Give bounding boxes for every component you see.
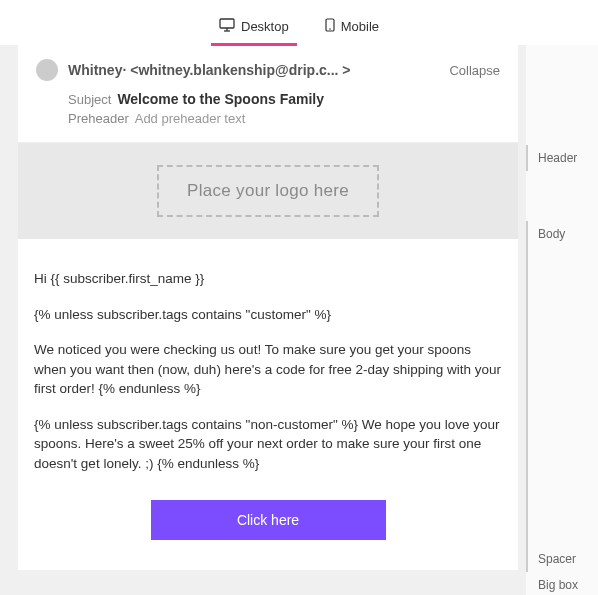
tab-desktop[interactable]: Desktop bbox=[211, 12, 297, 45]
view-tabs: Desktop Mobile bbox=[0, 0, 598, 45]
subject-label: Subject bbox=[68, 92, 111, 107]
email-header: Whitney· <whitney.blankenship@drip.c... … bbox=[18, 45, 518, 143]
subject-value[interactable]: Welcome to the Spoons Family bbox=[117, 91, 324, 107]
collapse-button[interactable]: Collapse bbox=[449, 63, 500, 78]
section-label-bigbox[interactable]: Big box bbox=[526, 572, 598, 595]
section-label-spacer[interactable]: Spacer bbox=[526, 546, 598, 572]
section-label-header[interactable]: Header bbox=[526, 145, 598, 171]
email-body[interactable]: Hi {{ subscriber.first_name }} {% unless… bbox=[18, 239, 518, 570]
body-paragraph: {% unless subscriber.tags contains "non-… bbox=[34, 415, 502, 474]
main-area: Whitney· <whitney.blankenship@drip.c... … bbox=[0, 45, 598, 595]
sender-info[interactable]: Whitney· <whitney.blankenship@drip.c... … bbox=[68, 62, 439, 78]
mobile-icon bbox=[325, 18, 335, 35]
tab-mobile[interactable]: Mobile bbox=[317, 12, 387, 45]
cta-button[interactable]: Click here bbox=[151, 500, 386, 540]
side-panel: Header Body Spacer Big box bbox=[526, 45, 598, 595]
body-paragraph: Hi {{ subscriber.first_name }} bbox=[34, 269, 502, 289]
svg-rect-0 bbox=[220, 19, 234, 28]
desktop-icon bbox=[219, 18, 235, 35]
editor-column: Whitney· <whitney.blankenship@drip.c... … bbox=[0, 45, 526, 595]
body-paragraph: {% unless subscriber.tags contains "cust… bbox=[34, 305, 502, 325]
section-label-body[interactable]: Body bbox=[526, 221, 598, 546]
svg-point-4 bbox=[329, 28, 331, 30]
tab-mobile-label: Mobile bbox=[341, 19, 379, 34]
avatar bbox=[36, 59, 58, 81]
cta-wrap: Click here bbox=[34, 500, 502, 540]
logo-section: Place your logo here bbox=[18, 143, 518, 239]
preheader-placeholder[interactable]: Add preheader text bbox=[135, 111, 246, 126]
body-paragraph: We noticed you were checking us out! To … bbox=[34, 340, 502, 399]
logo-dropzone[interactable]: Place your logo here bbox=[157, 165, 379, 217]
preheader-label: Preheader bbox=[68, 111, 129, 126]
tab-desktop-label: Desktop bbox=[241, 19, 289, 34]
